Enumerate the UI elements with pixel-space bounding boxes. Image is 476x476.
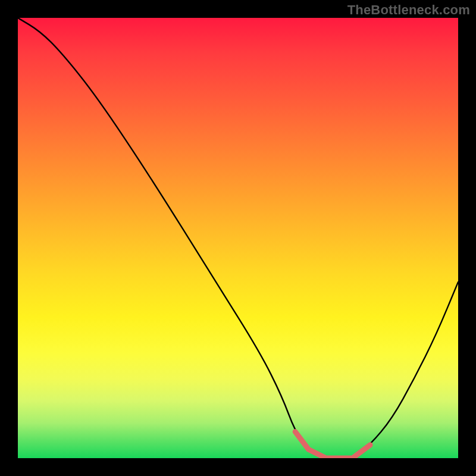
watermark-text: TheBottleneck.com: [347, 2, 470, 18]
curve-svg: [18, 18, 458, 458]
chart-frame: TheBottleneck.com: [0, 0, 476, 476]
bottleneck-curve-path: [18, 18, 458, 458]
optimal-band-path: [295, 432, 370, 458]
plot-area: [18, 18, 458, 458]
